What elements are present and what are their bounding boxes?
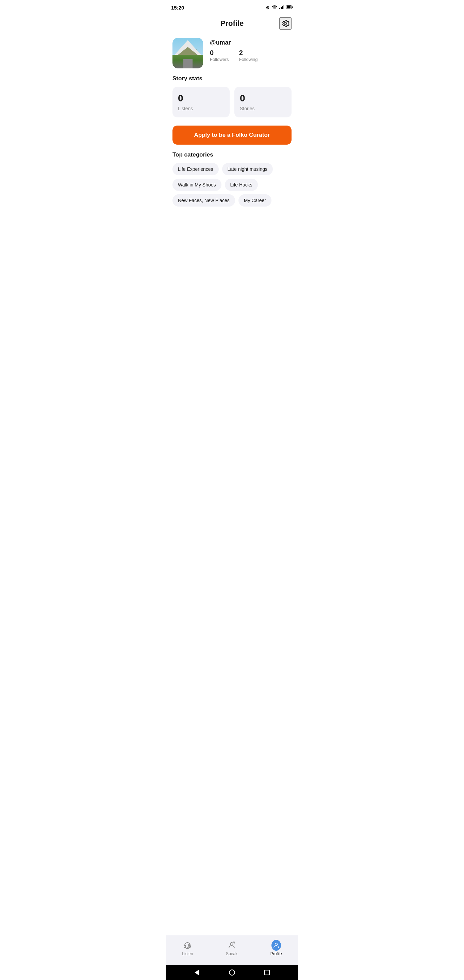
top-categories-title: Top categories: [172, 151, 292, 158]
category-tag[interactable]: Late night musings: [222, 163, 273, 175]
listens-count: 0: [178, 93, 224, 104]
signal-icon: [279, 5, 284, 10]
svg-point-0: [274, 8, 275, 9]
listens-card: 0 Listens: [172, 87, 230, 118]
status-icons: ⚙: [266, 5, 293, 10]
home-button[interactable]: [229, 969, 235, 976]
stories-label: Stories: [240, 106, 286, 111]
category-tag[interactable]: My Career: [238, 194, 272, 207]
profile-label: Profile: [270, 951, 282, 956]
recents-button[interactable]: [264, 969, 270, 976]
settings-icon-status: ⚙: [266, 5, 270, 10]
stats-cards: 0 Listens 0 Stories: [172, 87, 292, 118]
settings-icon: [281, 19, 290, 28]
wifi-icon: [272, 5, 277, 10]
svg-rect-7: [292, 6, 293, 8]
listen-icon: [183, 940, 192, 950]
status-bar: 15:20 ⚙: [166, 0, 298, 13]
stories-card: 0 Stories: [234, 87, 292, 118]
header: Profile: [166, 13, 298, 35]
category-tag[interactable]: Life Hacks: [225, 179, 258, 191]
category-tag[interactable]: New Faces, New Places: [172, 194, 235, 207]
apply-curator-button[interactable]: Apply to be a Folko Curator: [172, 126, 292, 145]
profile-stats: 0 Followers 2 Following: [210, 49, 258, 62]
nav-item-speak[interactable]: Speak: [219, 939, 244, 958]
android-nav-bar: [166, 965, 298, 980]
listens-label: Listens: [178, 106, 224, 111]
speak-label: Speak: [226, 951, 237, 956]
bottom-nav: Listen Speak Profile: [166, 935, 298, 965]
following-count: 2: [239, 49, 243, 57]
profile-nav-icon: [272, 940, 281, 950]
stories-count: 0: [240, 93, 286, 104]
top-categories-section: Top categories Life ExperiencesLate nigh…: [166, 151, 298, 213]
svg-rect-4: [283, 5, 284, 9]
speak-icon: [227, 940, 237, 950]
following-stat[interactable]: 2 Following: [239, 49, 258, 62]
settings-button[interactable]: [279, 18, 292, 30]
avatar-image: [172, 38, 203, 68]
profile-info: @umar 0 Followers 2 Following: [210, 38, 258, 62]
followers-label: Followers: [210, 57, 229, 62]
nav-item-listen[interactable]: Listen: [175, 939, 200, 958]
svg-rect-1: [279, 8, 280, 9]
followers-stat[interactable]: 0 Followers: [210, 49, 229, 62]
story-stats-title: Story stats: [172, 75, 292, 82]
username: @umar: [210, 39, 258, 46]
listen-label: Listen: [182, 951, 193, 956]
back-button[interactable]: [194, 969, 200, 976]
page-title: Profile: [185, 19, 279, 28]
battery-icon: [286, 5, 293, 10]
category-tag[interactable]: Life Experiences: [172, 163, 219, 175]
category-tag[interactable]: Walk in My Shoes: [172, 179, 221, 191]
profile-section: @umar 0 Followers 2 Following: [166, 35, 298, 75]
svg-rect-3: [282, 6, 283, 9]
categories-grid: Life ExperiencesLate night musingsWalk i…: [172, 163, 292, 207]
followers-count: 0: [210, 49, 214, 57]
svg-point-8: [230, 943, 233, 945]
nav-item-profile[interactable]: Profile: [264, 939, 289, 958]
avatar: [172, 38, 203, 68]
svg-rect-2: [281, 7, 282, 9]
svg-rect-6: [287, 6, 291, 8]
story-stats-section: Story stats 0 Listens 0 Stories: [166, 75, 298, 124]
svg-point-9: [275, 943, 277, 946]
status-time: 15:20: [171, 5, 184, 11]
following-label: Following: [239, 57, 258, 62]
